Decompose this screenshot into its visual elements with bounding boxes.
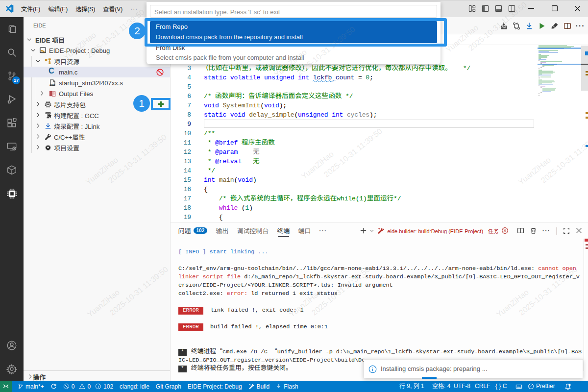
- svg-text:31: 31: [53, 93, 55, 95]
- svg-text:ASM: ASM: [49, 84, 55, 86]
